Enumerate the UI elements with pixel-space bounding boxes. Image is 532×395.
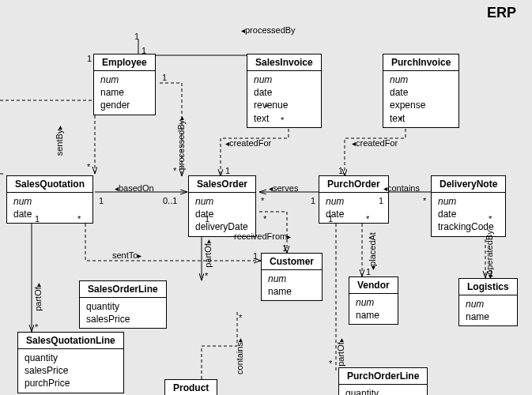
attr: quantity: [345, 387, 421, 395]
card: 1: [99, 196, 104, 205]
card: *: [265, 103, 268, 112]
card: *: [239, 313, 242, 322]
card: *: [263, 214, 266, 224]
attr: purchPrice: [25, 377, 117, 389]
card: 1: [141, 46, 146, 55]
attr: name: [100, 86, 149, 99]
attr: salesPrice: [86, 313, 160, 325]
class-purchorderline: PurchOrderLine quantity purchPrice: [338, 367, 428, 395]
class-name: Employee: [94, 55, 155, 71]
class-name: PurchInvoice: [383, 55, 458, 71]
attr: revenue: [254, 99, 315, 111]
class-salesorderline: SalesOrderLine quantity salesPrice: [79, 280, 167, 329]
rel-contains: ◂contains: [383, 183, 420, 193]
attr: date: [195, 208, 249, 220]
card: 1: [253, 251, 258, 261]
class-logistics: Logistics num name: [458, 278, 518, 326]
class-salesquotationline: SalesQuotationLine quantity salesPrice p…: [17, 332, 124, 393]
rel-sentto: sentTo▸: [112, 250, 141, 260]
rel-partof2: partOf▸: [203, 239, 213, 268]
class-name: SalesInvoice: [247, 55, 321, 71]
class-name: Customer: [262, 254, 322, 270]
card: *: [205, 271, 208, 280]
rel-processedby: ◂processedBy: [241, 25, 296, 35]
attr: num: [100, 73, 149, 86]
attr: date: [326, 208, 382, 220]
class-name: SalesQuotation: [7, 176, 92, 193]
card: *: [329, 359, 332, 368]
class-name: Logistics: [459, 279, 517, 295]
rel-processedby2: processedBy▸: [176, 116, 186, 171]
rel-receivedfrom: receivedFrom▸: [234, 231, 291, 241]
attr: text: [254, 112, 315, 125]
attr: name: [268, 285, 315, 298]
card: 0..1: [163, 196, 177, 205]
class-deliverynote: DeliveryNote num date trackingCode: [431, 175, 506, 237]
card: *: [489, 214, 492, 224]
attr: name: [466, 310, 511, 323]
class-purchinvoice: PurchInvoice num date expense text: [383, 54, 459, 128]
card: 1: [282, 243, 287, 253]
rel-partof1: partOf▸: [33, 283, 43, 311]
class-name: PurchOrder: [319, 176, 388, 193]
attr: num: [195, 195, 249, 208]
rel-contains-prod: contains▸: [235, 338, 244, 374]
card: 1: [87, 54, 92, 63]
card: *: [423, 196, 426, 205]
card: 1: [311, 196, 315, 205]
rel-createdfor1: ◂createdFor: [225, 138, 271, 148]
class-name: SalesQuotationLine: [18, 333, 123, 349]
card: *: [87, 162, 90, 171]
class-name: DeliveryNote: [432, 176, 505, 193]
class-name: Product: [165, 380, 217, 395]
card: 1: [366, 267, 371, 276]
class-name: Vendor: [349, 277, 398, 294]
card: 1: [338, 166, 343, 175]
card: 1: [489, 269, 493, 278]
class-salesorder: SalesOrder num date deliveryDate: [188, 175, 256, 237]
attr: num: [13, 195, 86, 208]
card: 1: [134, 32, 139, 41]
class-salesinvoice: SalesInvoice num date revenue text: [247, 54, 322, 128]
card: 1: [225, 166, 230, 175]
attr: num: [390, 73, 452, 86]
card: *: [261, 196, 264, 205]
card: *: [173, 166, 176, 175]
class-name: SalesOrder: [189, 176, 255, 193]
rel-sentby: sentBy▸: [55, 126, 64, 156]
card: 1: [328, 214, 333, 224]
rel-placedat: ◂placedAt: [368, 232, 377, 270]
card: *: [77, 214, 81, 224]
attr: num: [466, 298, 511, 310]
attr: num: [268, 273, 315, 285]
attr: salesPrice: [25, 364, 117, 377]
class-customer: Customer num name: [261, 253, 323, 301]
card: 1: [379, 196, 383, 205]
rel-serves: ◂serves: [269, 183, 298, 193]
attr: quantity: [86, 300, 160, 313]
attr: date: [13, 208, 86, 220]
attr: quantity: [25, 352, 117, 364]
card: *: [399, 115, 402, 125]
attr: num: [438, 195, 499, 208]
card: *: [366, 214, 369, 224]
card: 1: [205, 214, 209, 224]
attr: num: [254, 73, 315, 86]
attr: expense: [390, 99, 452, 111]
card: *: [281, 115, 284, 125]
rel-createdfor2: ◂createdFor: [352, 138, 398, 148]
class-product: Product: [164, 379, 217, 395]
attr: date: [254, 86, 315, 99]
rel-partof3: partOf▸: [336, 338, 345, 367]
class-name: SalesOrderLine: [80, 281, 166, 298]
attr: gender: [100, 99, 149, 111]
class-employee: Employee num name gender: [93, 54, 156, 115]
class-name: PurchOrderLine: [339, 368, 427, 385]
attr: date: [390, 86, 452, 99]
attr: name: [356, 309, 391, 322]
card: *: [35, 322, 38, 332]
rel-basedon: ◂basedOn: [115, 183, 154, 193]
card: 1: [162, 73, 167, 82]
attr: num: [356, 296, 391, 309]
card: 1: [35, 214, 40, 224]
